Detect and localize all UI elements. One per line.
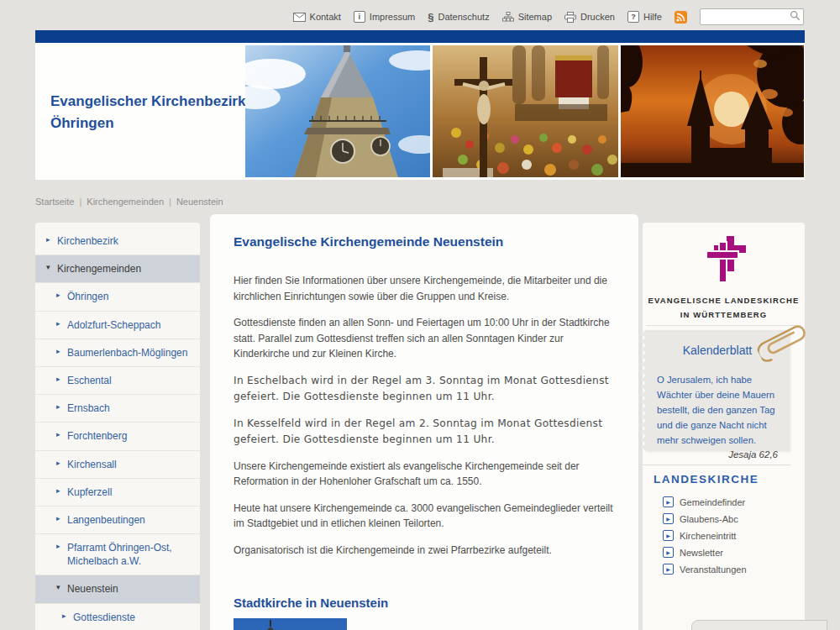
sidebar-item-baumerlenbach-moeglingen[interactable]: ▸ Baumerlenbach-Möglingen — [35, 339, 200, 367]
impressum-link[interactable]: i Impressum — [354, 11, 415, 23]
paragraph-icon: § — [428, 12, 433, 23]
chevron-right-icon: ▸ — [56, 486, 60, 496]
sidebar-item-eschental[interactable]: ▸ Eschental — [35, 367, 200, 395]
sidebar-item-kirchenbezirk[interactable]: ▸ Kirchenbezirk — [35, 228, 200, 255]
play-icon: ▶ — [663, 564, 674, 575]
chevron-right-icon: ▸ — [56, 374, 60, 384]
chevron-down-icon: ▾ — [56, 582, 60, 592]
hilfe-link[interactable]: ? Hilfe — [627, 11, 662, 23]
search-input[interactable] — [705, 11, 790, 23]
play-icon: ▶ — [663, 496, 674, 507]
mail-icon — [293, 13, 306, 22]
sidebar-item-label: Neuenstein — [67, 583, 118, 595]
kalenderblatt-source: Jesaja 62,6 — [657, 449, 778, 459]
breadcrumb-startseite[interactable]: Startseite — [35, 197, 74, 207]
page-title: Evangelische Kirchengemeinde Neuenstein — [234, 234, 615, 249]
hilfe-label: Hilfe — [643, 12, 662, 22]
chevron-right-icon: ▸ — [56, 513, 60, 523]
sidebar-item-pfarramt-oehringen-ost[interactable]: ▸ Pfarramt Öhringen-Ost, Michelbach a.W. — [35, 534, 200, 575]
breadcrumb-separator: | — [169, 197, 171, 207]
chevron-down-icon: ▾ — [46, 262, 50, 272]
sidebar-item-label: Adolzfurt-Scheppach — [67, 319, 160, 331]
sidebar-item-forchtenberg[interactable]: ▸ Forchtenberg — [35, 423, 200, 450]
breadcrumb: Startseite|Kirchengemeinden|Neuenstein — [35, 197, 223, 207]
site-title[interactable]: Evangelischer Kirchenbezirk Öhringen — [50, 91, 245, 134]
kalenderblatt-verse: O Jerusalem, ich habe Wächter über deine… — [657, 372, 780, 448]
chevron-right-icon: ▸ — [56, 458, 60, 468]
sitemap-icon — [502, 12, 514, 22]
sidebar-item-kirchengemeinden[interactable]: ▾ Kirchengemeinden — [35, 255, 200, 283]
paragraph: Gottesdienste finden an allen Sonn- und … — [234, 315, 615, 362]
paragraph: Heute hat unsere Kirchengemeinde ca. 300… — [234, 501, 615, 532]
brand-bar — [35, 30, 805, 43]
utility-bar: Kontakt i Impressum § Datenschutz Sitema… — [293, 8, 804, 25]
sidebar-item-neuenstein[interactable]: ▾ Neuenstein — [35, 575, 200, 603]
play-icon: ▶ — [663, 530, 674, 541]
sidebar-item-label: Kirchensall — [67, 459, 117, 470]
rss-icon[interactable] — [675, 11, 687, 24]
double-cross-icon — [701, 234, 748, 285]
chevron-right-icon: ▸ — [62, 611, 66, 621]
link-label: Gemeindefinder — [680, 497, 745, 507]
sitemap-link[interactable]: Sitemap — [502, 12, 552, 22]
link-label: Newsletter — [680, 548, 723, 558]
chevron-right-icon: ▸ — [56, 402, 60, 412]
drucken-link[interactable]: Drucken — [564, 12, 615, 23]
sidebar-item-gottesdienste[interactable]: ▸ Gottesdienste — [35, 604, 200, 630]
paragraph: Organisatorisch ist die Kirchengemeinde … — [234, 543, 615, 559]
paragraph: In Kesselfeld wird in der Regel am 2. So… — [234, 416, 615, 448]
chevron-right-icon: ▸ — [56, 318, 60, 328]
bottom-corner-panel[interactable] — [691, 620, 827, 630]
divider — [646, 325, 801, 326]
link-glaubens-abc[interactable]: ▶ Glaubens-Abc — [663, 513, 747, 524]
main-content: Evangelische Kirchengemeinde Neuenstein … — [210, 214, 638, 630]
link-kircheneintritt[interactable]: ▶ Kircheneintritt — [663, 530, 747, 541]
church-interior-photo — [433, 45, 618, 177]
right-panel: Evangelische Landeskirche In Württemberg… — [643, 223, 805, 630]
landeskirche-heading: Landeskirche — [654, 473, 759, 486]
paragraph: Unsere Kirchengemeinde existiert als eva… — [234, 459, 615, 490]
drucken-label: Drucken — [580, 12, 615, 22]
sidebar-item-ernsbach[interactable]: ▸ Ernsbach — [35, 395, 200, 423]
sidebar-item-label: Eschental — [67, 375, 112, 386]
kontakt-link[interactable]: Kontakt — [293, 12, 341, 22]
section-heading: Stadtkirche in Neuenstein — [234, 596, 615, 610]
church-tower-photo — [245, 45, 430, 177]
landeskirche-logo[interactable]: Evangelische Landeskirche In Württemberg — [643, 234, 805, 322]
play-icon: ▶ — [663, 513, 674, 524]
sidebar-item-kupferzell[interactable]: ▸ Kupferzell — [35, 479, 200, 507]
breadcrumb-neuenstein[interactable]: Neuenstein — [176, 197, 223, 207]
link-label: Kircheneintritt — [680, 531, 736, 541]
breadcrumb-kirchengemeinden[interactable]: Kirchengemeinden — [87, 197, 164, 207]
sidebar-item-langenbeutingen[interactable]: ▸ Langenbeutingen — [35, 507, 200, 534]
sidebar-item-label: Pfarramt Öhringen-Ost, Michelbach a.W. — [67, 542, 172, 567]
sidebar-item-label: Forchtenberg — [67, 430, 127, 442]
link-gemeindefinder[interactable]: ▶ Gemeindefinder — [663, 496, 747, 507]
sunset-church-photo — [621, 45, 804, 177]
info-icon: i — [354, 11, 365, 23]
link-newsletter[interactable]: ▶ Newsletter — [663, 547, 747, 558]
sidebar-item-label: Kirchengemeinden — [57, 263, 141, 275]
sidebar-item-kirchensall[interactable]: ▸ Kirchensall — [35, 451, 200, 479]
chevron-right-icon: ▸ — [56, 290, 60, 300]
sitemap-label: Sitemap — [518, 12, 552, 22]
landeskirche-logo-text: Evangelische Landeskirche In Württemberg — [643, 293, 805, 322]
search-icon[interactable] — [790, 9, 801, 24]
play-icon: ▶ — [663, 547, 674, 558]
breadcrumb-separator: | — [79, 197, 81, 207]
datenschutz-link[interactable]: § Datenschutz — [428, 12, 489, 23]
link-label: Glaubens-Abc — [680, 514, 738, 524]
sidebar-item-label: Gottesdienste — [73, 612, 135, 623]
sidebar-item-oehringen[interactable]: ▸ Öhringen — [35, 283, 200, 311]
chevron-right-icon: ▸ — [46, 234, 50, 244]
site-header: Evangelischer Kirchenbezirk Öhringen — [35, 43, 805, 180]
serrated-edge — [641, 330, 646, 451]
header-photos — [245, 45, 804, 177]
impressum-label: Impressum — [370, 12, 415, 22]
help-icon: ? — [627, 11, 639, 23]
chevron-right-icon: ▸ — [56, 346, 60, 356]
datenschutz-label: Datenschutz — [438, 12, 490, 22]
link-veranstaltungen[interactable]: ▶ Veranstaltungen — [663, 564, 747, 575]
sidebar-item-adolzfurt-scheppach[interactable]: ▸ Adolzfurt-Scheppach — [35, 312, 200, 339]
sidebar-nav: ▸ Kirchenbezirk ▾ Kirchengemeinden ▸ Öhr… — [35, 223, 200, 630]
